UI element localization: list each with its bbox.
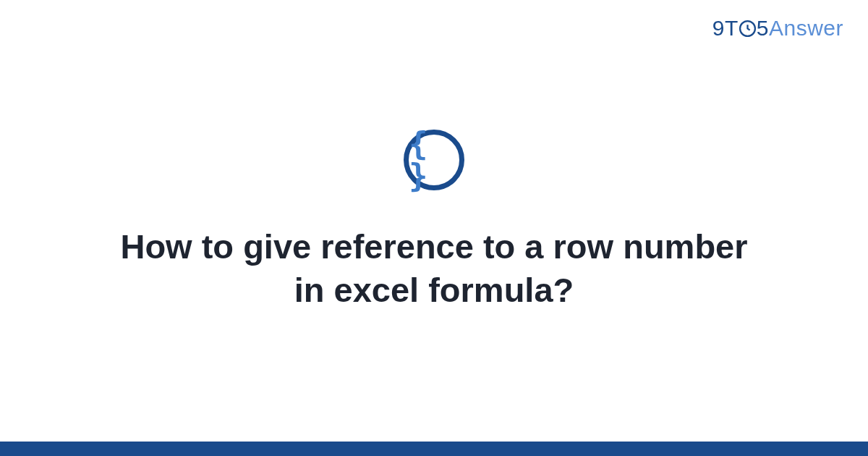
main-content: { } How to give reference to a row numbe… xyxy=(0,0,868,442)
category-icon-circle: { } xyxy=(404,130,464,190)
page-title: How to give reference to a row number in… xyxy=(109,225,760,312)
footer-bar xyxy=(0,442,868,456)
code-braces-icon: { } xyxy=(409,128,459,192)
